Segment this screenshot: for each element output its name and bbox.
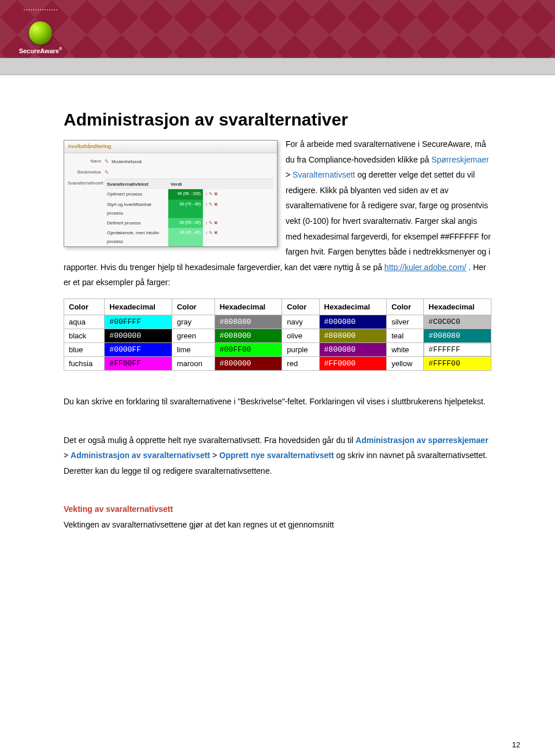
alt-text: Gjentakende, men intuitiv prosess: [105, 228, 168, 246]
color-hex: #FFFF00: [424, 356, 491, 370]
alt-text: Styrt og kvantifiserbar prosess: [105, 200, 168, 218]
section-vekting: Vekting av svaralternativsett Vektingen …: [64, 501, 491, 532]
nav-admin-sporreskjemaer: Administrasjon av spørreskjemaer: [356, 436, 489, 445]
subheader-bar: [0, 58, 555, 75]
link-kuler[interactable]: http://kuler.adobe.com/: [384, 263, 467, 272]
heading-vekting: Vekting av svaralternativsett: [64, 501, 491, 517]
color-name: green: [172, 329, 214, 342]
alt-text: Optimert prosess: [105, 189, 168, 199]
color-name: maroon: [172, 356, 214, 370]
page-number: 12: [512, 740, 520, 749]
sphere-icon: [29, 21, 52, 45]
col-hex: Hexadecimal: [105, 298, 172, 315]
color-name: teal: [387, 329, 424, 342]
brand-banner: SecureAware®: [0, 0, 555, 58]
color-name: lime: [172, 342, 214, 356]
col-color: Color: [282, 298, 319, 315]
label-beskrivelse: Beskrivelse: [68, 168, 105, 176]
color-row: blue#0000FFlime#00FF00purple#800080white…: [64, 342, 491, 356]
color-hex: #FFFFFF: [424, 342, 491, 356]
color-hex: #C0C0C0: [424, 315, 491, 329]
page-title: Administrasjon av svaralternativer: [64, 110, 491, 130]
col-hex: Hexadecimal: [214, 298, 282, 315]
text-vekting: Vektingen av svaralternativsettene gjør …: [64, 517, 491, 533]
color-hex: #008000: [214, 329, 282, 342]
col-color: Color: [387, 298, 424, 315]
alt-badge: 80 (70 - 89): [168, 200, 203, 218]
color-name: aqua: [64, 315, 105, 329]
color-name: olive: [282, 329, 319, 342]
pencil-icon[interactable]: [105, 170, 112, 175]
color-hex: #FF0000: [319, 356, 387, 370]
intro-paragraph: Avvikshåndtering Navn Modenhetssvä Beskr…: [64, 137, 491, 290]
pencil-icon[interactable]: [105, 159, 112, 164]
color-name: gray: [172, 315, 214, 329]
color-hex: #000080: [319, 315, 387, 329]
row-actions[interactable]: ↕ ✎ ✖: [203, 218, 232, 228]
nav-opprett-nye: Opprett nye svaralternativsett: [219, 451, 334, 460]
color-name: navy: [282, 315, 319, 329]
color-row: fuchsia#FF00FFmaroon#800000red#FF0000yel…: [64, 356, 491, 370]
figure-tab: Avvikshåndtering: [64, 141, 277, 153]
name-value: Modenhetssvä: [112, 159, 142, 164]
label-svaralternativsett: Svaralternativsett: [68, 179, 105, 187]
color-row: black#000000green#008000olive#808000teal…: [64, 329, 491, 342]
color-name: yellow: [387, 356, 424, 370]
color-hex: #808080: [214, 315, 282, 329]
alt-badge: 99 (90 - 100): [168, 189, 203, 199]
alt-badge: 60 (50 - 69): [168, 218, 203, 228]
paragraph-beskrivelse: Du kan skrive en forklaring til svaralte…: [64, 394, 491, 410]
color-hex: #808000: [319, 329, 387, 342]
nav-admin-svaralternativsett: Administrasjon av svaralternativsett: [71, 451, 210, 460]
color-hex: #800000: [214, 356, 282, 370]
color-name: purple: [282, 342, 319, 356]
alt-table: Svaralternativtekst Verdi Optimert prose…: [105, 179, 273, 247]
color-name: black: [64, 329, 105, 342]
color-row: aqua#00FFFFgray#808080navy#000080silver#…: [64, 315, 491, 329]
row-actions[interactable]: ↕ ✎ ✖: [203, 200, 232, 218]
col-text: Svaralternativtekst: [105, 179, 168, 189]
color-name: fuchsia: [64, 356, 105, 370]
brand-logo: SecureAware®: [14, 9, 66, 54]
color-hex: #008080: [424, 329, 491, 342]
color-hex: #800080: [319, 342, 387, 356]
col-hex: Hexadecimal: [424, 298, 491, 315]
color-hex: #FF00FF: [105, 356, 172, 370]
color-name: silver: [387, 315, 424, 329]
color-name: blue: [64, 342, 105, 356]
alt-row: Styrt og kvantifiserbar prosess80 (70 - …: [105, 200, 273, 218]
color-hex: #00FF00: [214, 342, 282, 356]
link-svaralternativsett[interactable]: Svaralternativsett: [293, 170, 355, 179]
brand-name: SecureAware®: [19, 47, 62, 54]
alt-row: Optimert prosess99 (90 - 100)↕ ✎ ✖: [105, 189, 273, 199]
color-hex: #00FFFF: [105, 315, 172, 329]
alt-row: Definert prosess60 (50 - 69)↕ ✎ ✖: [105, 218, 273, 228]
paragraph-opprette: Det er også mulig å opprette helt nye sv…: [64, 433, 491, 479]
color-table: ColorHexadecimalColorHexadecimalColorHex…: [64, 298, 491, 371]
label-navn: Navn: [68, 157, 105, 165]
row-actions[interactable]: ↕ ✎ ✖: [203, 189, 232, 199]
color-hex: #0000FF: [105, 342, 172, 356]
alt-row: Gjentakende, men intuitiv prosess40 (30 …: [105, 228, 273, 246]
col-hex: Hexadecimal: [319, 298, 387, 315]
col-verdi: Verdi: [168, 179, 189, 189]
color-hex: #000000: [105, 329, 172, 342]
link-sporreskjemaer[interactable]: Spørreskjemaer: [431, 155, 489, 164]
figure-svaralternativsett: Avvikshåndtering Navn Modenhetssvä Beskr…: [64, 140, 278, 247]
col-color: Color: [64, 298, 105, 315]
color-name: white: [387, 342, 424, 356]
color-name: red: [282, 356, 319, 370]
col-color: Color: [172, 298, 214, 315]
row-actions[interactable]: ↕ ✎ ✖: [203, 228, 232, 246]
alt-badge: 40 (30 - 49): [168, 228, 203, 246]
alt-text: Definert prosess: [105, 218, 168, 228]
